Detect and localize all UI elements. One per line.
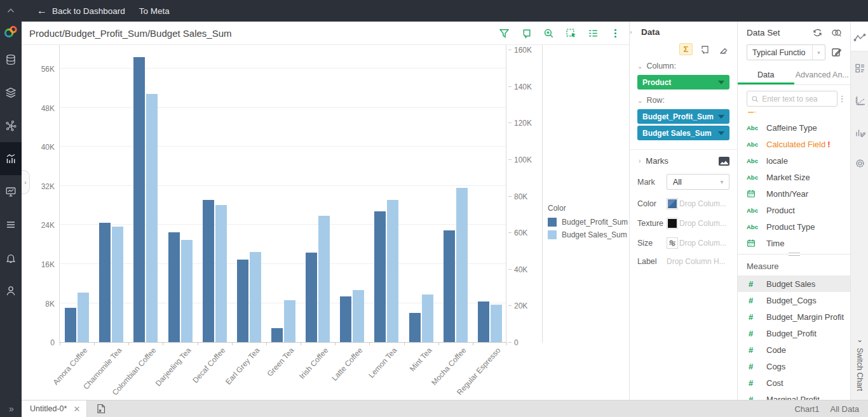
sidebar-item-notifications[interactable] (0, 241, 22, 274)
list-item-dimension[interactable]: AbcMarket Size (738, 169, 850, 185)
pill-dropdown-arrow-icon[interactable] (718, 115, 724, 119)
expand-sidebar-button[interactable]: » (9, 404, 13, 414)
close-icon[interactable]: ✕ (73, 404, 80, 414)
column-shelf-label[interactable]: ⌄Column: (637, 62, 729, 70)
list-item-measure[interactable]: #Marginal Profit (738, 391, 850, 400)
axis-settings-button[interactable] (853, 93, 867, 107)
bar-Budget Sales_Sum[interactable] (491, 305, 502, 342)
bar-Budget Sales_Sum[interactable] (422, 295, 433, 342)
list-item-measure[interactable]: #Code (738, 341, 850, 358)
bar-Budget_Profit_Sum[interactable] (409, 313, 421, 342)
status-chart-name[interactable]: Chart1 (794, 404, 819, 414)
edit-dataset-button[interactable] (831, 46, 843, 58)
texture-swatch[interactable] (667, 218, 678, 229)
list-item-measure[interactable]: #Budget_Margin Profit (738, 308, 850, 325)
components-button[interactable] (853, 61, 867, 75)
sidebar-item-dashboard[interactable] (0, 175, 22, 208)
marks-section-header[interactable]: › Marks (637, 156, 729, 166)
list-item-measure[interactable]: #Cogs (738, 358, 850, 374)
mark-type-select[interactable]: All ▾ (667, 174, 729, 190)
list-item-dimension[interactable]: Month/Year (738, 185, 850, 202)
sheet-tab-untitled[interactable]: Untitled-0* ✕ (22, 400, 87, 417)
bar-Budget Sales_Sum[interactable] (250, 252, 261, 342)
search-input[interactable] (762, 95, 833, 103)
expand-panel-handle[interactable]: › (22, 170, 30, 194)
pill-dropdown-arrow-icon[interactable] (718, 81, 724, 84)
list-item-measure[interactable]: #Cost (738, 374, 850, 391)
bar-Budget Sales_Sum[interactable] (215, 205, 227, 342)
list-item-measure[interactable]: #Budget Sales (738, 275, 850, 292)
image-icon[interactable] (719, 157, 729, 166)
bar-Budget_Profit_Sum[interactable] (478, 301, 489, 342)
refresh-button[interactable] (812, 27, 823, 38)
dataset-select[interactable]: Typical Functio ▾ (747, 44, 825, 60)
bar-Budget Sales_Sum[interactable] (353, 290, 364, 342)
search-box[interactable] (747, 91, 837, 107)
row-pill[interactable]: Budget Sales_Sum (637, 126, 729, 140)
status-all-data[interactable]: All Data (830, 404, 859, 414)
switch-chart-button[interactable]: ⌄ Switch Chart (851, 335, 868, 391)
list-item-dimension[interactable]: AbcCalculated Field! (738, 136, 850, 152)
bar-Budget Sales_Sum[interactable] (181, 240, 193, 342)
bar-Budget Sales_Sum[interactable] (78, 293, 89, 342)
row-pill[interactable]: Budget_Profit_Sum (637, 109, 729, 124)
bar-Budget_Profit_Sum[interactable] (374, 211, 386, 342)
collapse-topbar-button[interactable] (0, 5, 22, 17)
transpose-button[interactable] (699, 44, 710, 55)
column-pill[interactable]: Product (637, 75, 729, 89)
back-to-dashboard-button[interactable]: ← Back to Dashboard (37, 6, 125, 16)
to-meta-button[interactable]: To Meta (139, 6, 170, 16)
swap-axes-button[interactable] (519, 25, 534, 41)
bar-Budget Sales_Sum[interactable] (146, 94, 158, 342)
line-chart-type-button[interactable] (853, 30, 867, 44)
bar-Budget Sales_Sum[interactable] (112, 227, 123, 342)
list-item-dimension[interactable]: Abclocale (738, 152, 850, 169)
bar-Budget_Profit_Sum[interactable] (237, 260, 248, 342)
list-item-measure[interactable]: #Budget_Cogs (738, 292, 850, 308)
eraser-button[interactable] (717, 44, 728, 55)
sidebar-item-menu[interactable] (0, 208, 22, 241)
sidebar-item-account[interactable] (0, 274, 22, 307)
bar-Budget_Profit_Sum[interactable] (65, 308, 76, 342)
list-item-dimension[interactable]: AbcProduct (738, 202, 850, 218)
list-item-dimension[interactable]: Time (738, 235, 850, 251)
zoom-in-button[interactable] (541, 25, 556, 41)
row-shelf-label[interactable]: ⌄Row: (637, 96, 729, 105)
legend-entry[interactable]: Budget Sales_Sum (548, 230, 628, 239)
list-divider[interactable] (738, 254, 850, 255)
collapse-data-panel-handle[interactable]: › (630, 28, 632, 36)
size-drop-row[interactable]: Size Drop Colum... (637, 237, 729, 249)
bar-Budget_Profit_Sum[interactable] (133, 57, 145, 342)
sidebar-item-layers[interactable] (0, 76, 22, 109)
sidebar-item-charts[interactable] (0, 142, 22, 175)
bar-Budget Sales_Sum[interactable] (456, 188, 468, 342)
color-swatch[interactable] (667, 198, 678, 209)
bar-Budget Sales_Sum[interactable] (318, 216, 330, 342)
label-drop-row[interactable]: Label Drop Column H... (637, 257, 729, 266)
new-sheet-button[interactable] (93, 403, 109, 414)
settings-button[interactable] (853, 156, 867, 170)
sidebar-item-relations[interactable] (0, 109, 22, 142)
sidebar-item-data-source[interactable] (0, 43, 22, 76)
bar-Budget_Profit_Sum[interactable] (271, 328, 283, 342)
texture-drop-row[interactable]: Texture Drop Colum... (637, 218, 729, 229)
bar-Budget Sales_Sum[interactable] (284, 300, 295, 342)
aggregate-sigma-button[interactable]: Σ (679, 43, 693, 55)
list-item-dimension[interactable]: AbcProduct Type (738, 218, 850, 235)
bar-Budget_Profit_Sum[interactable] (340, 296, 351, 342)
bar-Budget_Profit_Sum[interactable] (203, 200, 214, 342)
linked-data-button[interactable] (831, 27, 843, 38)
list-view-button[interactable] (585, 25, 600, 41)
tab-data[interactable]: Data (738, 67, 794, 84)
bar-Budget_Profit_Sum[interactable] (99, 223, 111, 342)
legend-entry[interactable]: Budget_Profit_Sum (548, 218, 628, 227)
bar-Budget_Profit_Sum[interactable] (444, 230, 455, 342)
bar-Budget Sales_Sum[interactable] (387, 200, 398, 342)
bar-Budget_Profit_Sum[interactable] (306, 253, 317, 342)
field-options-button[interactable]: ⋮ (837, 94, 846, 103)
list-item-dimension[interactable] (738, 112, 850, 119)
more-options-button[interactable] (607, 25, 623, 41)
list-item-dimension[interactable]: AbcCaffeine Type (738, 119, 850, 136)
list-item-measure[interactable]: #Budget_Profit (738, 325, 850, 341)
app-logo[interactable] (3, 25, 18, 38)
